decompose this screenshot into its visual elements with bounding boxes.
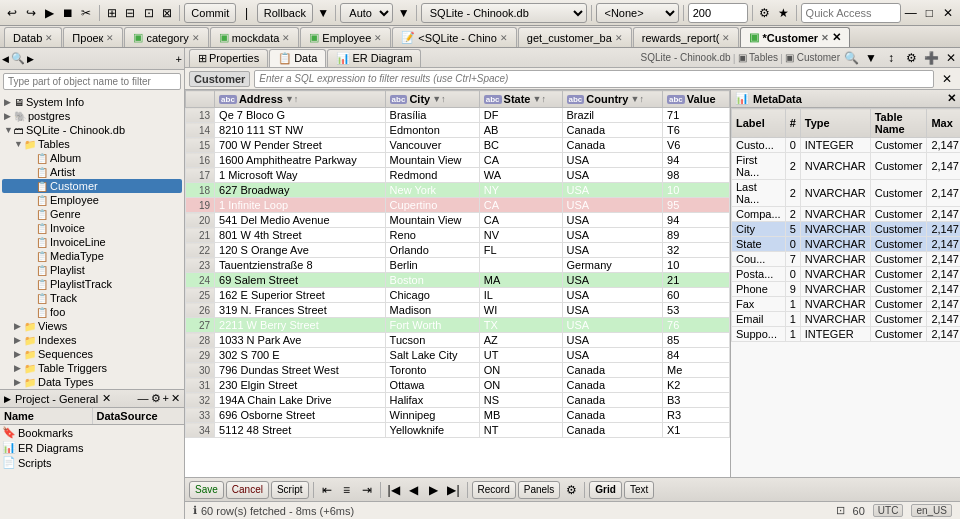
tree-playlist[interactable]: 📋 Playlist <box>2 263 182 277</box>
tree-customer[interactable]: 📋 Customer <box>2 179 182 193</box>
project-icon-1[interactable]: — <box>138 392 149 405</box>
table-cell[interactable]: Redmond <box>385 168 479 183</box>
table-cell[interactable]: Tucson <box>385 333 479 348</box>
table-row[interactable]: 31230 Elgin StreetOttawaONCanadaK2 <box>186 378 730 393</box>
table-cell[interactable]: Canada <box>562 363 663 378</box>
table-cell[interactable]: NS <box>479 393 562 408</box>
table-row[interactable]: 171 Microsoft WayRedmondWAUSA98 <box>186 168 730 183</box>
tab-sqlite-chino[interactable]: 📝 <SQLite - Chino ✕ <box>392 27 517 47</box>
meta-row[interactable]: Custo...0INTEGERCustomer2,147,483 <box>732 138 961 153</box>
tab-get-customer-close[interactable]: ✕ <box>615 33 623 43</box>
table-cell[interactable]: Mountain View <box>385 153 479 168</box>
tab-customer[interactable]: ▣ *Customer ✕ ✕ <box>740 27 850 47</box>
filter-icon-4[interactable]: ⚙ <box>902 49 920 67</box>
table-cell[interactable]: 76 <box>663 318 730 333</box>
table-cell[interactable]: FL <box>479 243 562 258</box>
table-cell[interactable]: Canada <box>562 123 663 138</box>
save-button[interactable]: Save <box>189 481 224 499</box>
table-row[interactable]: 161600 Amphitheatre ParkwayMountain View… <box>186 153 730 168</box>
toolbar-icon-8[interactable]: ⊡ <box>140 4 157 22</box>
table-cell[interactable]: USA <box>562 303 663 318</box>
table-cell[interactable]: 53 <box>663 303 730 318</box>
tree-album[interactable]: 📋 Album <box>2 151 182 165</box>
tree-invoice[interactable]: 📋 Invoice <box>2 221 182 235</box>
table-row[interactable]: 32194A Chain Lake DriveHalifaxNSCanadaB3 <box>186 393 730 408</box>
th-state[interactable]: abc State ▼↑ <box>479 91 562 108</box>
tree-playlisttrack[interactable]: 📋 PlaylistTrack <box>2 277 182 291</box>
table-cell[interactable] <box>479 258 562 273</box>
table-cell[interactable]: 10 <box>663 183 730 198</box>
table-cell[interactable]: USA <box>562 318 663 333</box>
table-cell[interactable]: USA <box>562 168 663 183</box>
table-cell[interactable]: TX <box>479 318 562 333</box>
table-row[interactable]: 29302 S 700 ESalt Lake CityUTUSA84 <box>186 348 730 363</box>
table-cell[interactable]: Brazil <box>562 108 663 123</box>
tree-indexes[interactable]: ▶ 📁 Indexes <box>2 333 182 347</box>
table-cell[interactable]: 120 S Orange Ave <box>215 243 386 258</box>
cancel-button[interactable]: Cancel <box>226 481 269 499</box>
toolbar-icon-4[interactable]: ⏹ <box>60 4 77 22</box>
tab-employee-close[interactable]: ✕ <box>374 33 382 43</box>
project-close-icon[interactable]: ✕ <box>102 392 111 405</box>
table-cell[interactable]: ON <box>479 378 562 393</box>
project-arrow[interactable]: ▶ <box>4 394 11 404</box>
project-scripts[interactable]: 📄 Scripts <box>0 455 184 470</box>
table-cell[interactable]: 319 N. Frances Street <box>215 303 386 318</box>
table-cell[interactable]: New York <box>385 183 479 198</box>
table-cell[interactable]: 1 Infinite Loop <box>215 198 386 213</box>
table-cell[interactable]: MB <box>479 408 562 423</box>
table-cell[interactable]: USA <box>562 273 663 288</box>
table-cell[interactable]: Ottawa <box>385 378 479 393</box>
script-button[interactable]: Script <box>271 481 309 499</box>
toolbar-icon-7[interactable]: ⊟ <box>122 4 139 22</box>
tab-customer-close[interactable]: ✕ <box>821 33 829 43</box>
table-cell[interactable]: WA <box>479 168 562 183</box>
table-cell[interactable]: Salt Lake City <box>385 348 479 363</box>
minimize-icon[interactable]: — <box>903 4 920 22</box>
table-cell[interactable]: MA <box>479 273 562 288</box>
table-cell[interactable]: 10 <box>663 258 730 273</box>
table-row[interactable]: 191 Infinite LoopCupertinoCAUSA95 <box>186 198 730 213</box>
tab-rewards[interactable]: rewards_report( ✕ <box>633 27 740 47</box>
commit-button[interactable]: Commit <box>184 3 236 23</box>
grid-button[interactable]: Grid <box>589 481 622 499</box>
toolbar-icon-9[interactable]: ⊠ <box>159 4 176 22</box>
quick-access-input[interactable] <box>801 3 901 23</box>
table-row[interactable]: 21801 W 4th StreetRenoNVUSA89 <box>186 228 730 243</box>
toolbar-icon-2[interactable]: ↪ <box>23 4 40 22</box>
tab-datab-close[interactable]: ✕ <box>45 33 53 43</box>
meta-row[interactable]: Posta...0NVARCHARCustomer2,147,483 <box>732 267 961 282</box>
sidebar-icon-2[interactable]: + <box>176 53 182 65</box>
table-cell[interactable]: AB <box>479 123 562 138</box>
table-cell[interactable]: 69 Salem Street <box>215 273 386 288</box>
table-cell[interactable]: Me <box>663 363 730 378</box>
align-left-icon[interactable]: ⇤ <box>318 481 336 499</box>
rollback-arrow-icon[interactable]: ▼ <box>315 4 332 22</box>
table-row[interactable]: 345112 48 StreetYellowknifeNTCanadaX1 <box>186 423 730 438</box>
dropdown-icon[interactable]: ▼ <box>395 4 412 22</box>
meta-close[interactable]: ✕ <box>947 92 956 105</box>
tree-postgres[interactable]: ▶ 🐘 postgres <box>2 109 182 123</box>
table-cell[interactable]: Cupertino <box>385 198 479 213</box>
table-cell[interactable]: USA <box>562 348 663 363</box>
table-cell[interactable]: R3 <box>663 408 730 423</box>
table-cell[interactable]: Canada <box>562 138 663 153</box>
table-cell[interactable]: USA <box>562 243 663 258</box>
table-cell[interactable]: BC <box>479 138 562 153</box>
tab-get-customer[interactable]: get_customer_ba ✕ <box>518 27 632 47</box>
th-country[interactable]: abc Country ▼↑ <box>562 91 663 108</box>
project-bookmarks[interactable]: 🔖 Bookmarks <box>0 425 184 440</box>
table-cell[interactable]: NT <box>479 423 562 438</box>
table-cell[interactable]: 1033 N Park Ave <box>215 333 386 348</box>
sidebar-filter-input[interactable] <box>3 73 181 90</box>
table-cell[interactable]: Canada <box>562 408 663 423</box>
table-row[interactable]: 2469 Salem StreetBostonMAUSA21 <box>186 273 730 288</box>
table-row[interactable]: 281033 N Park AveTucsonAZUSA85 <box>186 333 730 348</box>
project-icon-4[interactable]: ✕ <box>171 392 180 405</box>
table-cell[interactable]: DF <box>479 108 562 123</box>
table-cell[interactable]: IL <box>479 288 562 303</box>
project-icon-3[interactable]: + <box>163 392 169 405</box>
meta-row[interactable]: First Na...2NVARCHARCustomer2,147,483 <box>732 153 961 180</box>
th-value[interactable]: abc Value <box>663 91 730 108</box>
tree-sqlite[interactable]: ▼ 🗃 SQLite - Chinook.db <box>2 123 182 137</box>
